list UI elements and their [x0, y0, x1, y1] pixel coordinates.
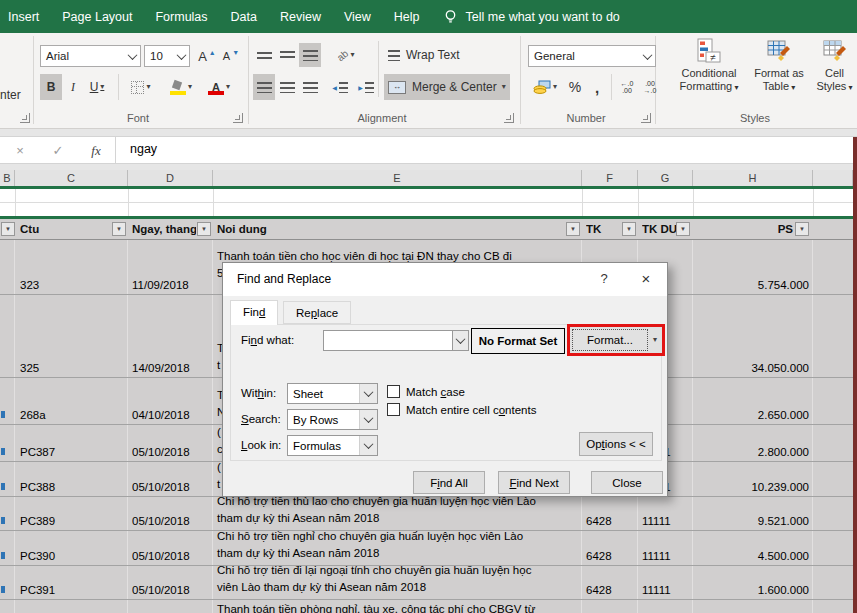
cell-ps[interactable] — [693, 600, 813, 613]
cell-tk[interactable]: 6428 — [582, 531, 638, 565]
search-select[interactable]: By Rows — [287, 409, 378, 430]
cell-ps[interactable]: 2.800.000 — [693, 425, 813, 461]
wrap-text-button[interactable]: Wrap Text — [384, 43, 509, 67]
column-header-d[interactable]: D — [128, 170, 213, 186]
cell-tk[interactable] — [582, 600, 638, 613]
cell-i[interactable] — [813, 566, 853, 599]
bold-button[interactable]: B — [40, 74, 62, 100]
cell-i[interactable] — [813, 497, 853, 530]
cell-ps[interactable]: 9.521.000 — [693, 497, 813, 530]
tab-review[interactable]: Review — [280, 10, 321, 24]
cell-tkdu[interactable]: 11111 — [638, 566, 693, 599]
column-header-h[interactable]: H — [693, 170, 813, 186]
cell-styles-button[interactable]: Cell Styles — [812, 38, 857, 110]
middle-align-button[interactable] — [276, 43, 298, 67]
cell-ctu[interactable]: PC387 — [15, 425, 128, 461]
tab-replace[interactable]: Replace — [283, 301, 351, 324]
column-header-g[interactable]: G — [638, 170, 693, 186]
cell-ps[interactable]: 4.500.000 — [693, 531, 813, 565]
conditional-formatting-button[interactable]: ≠ Conditional Formatting — [670, 38, 748, 110]
align-right-button[interactable] — [299, 74, 321, 100]
cell-date[interactable]: 04/10/2018 — [128, 378, 213, 424]
number-format-combo[interactable]: General — [528, 45, 656, 67]
cell-b[interactable] — [0, 295, 15, 377]
find-next-button[interactable]: Find Next — [498, 471, 570, 494]
cell-date[interactable]: 14/09/2018 — [128, 295, 213, 377]
cell-date[interactable]: 11/09/2018 — [128, 240, 213, 294]
format-button[interactable]: Format... — [572, 329, 648, 351]
font-name-combo[interactable]: Arial — [40, 45, 141, 67]
find-what-input[interactable] — [323, 330, 452, 351]
accounting-format-button[interactable]: ▾ — [528, 74, 562, 100]
grow-font-button[interactable]: A▲ — [196, 45, 218, 67]
cell-ctu[interactable] — [15, 600, 128, 613]
cell-b[interactable] — [0, 566, 15, 599]
chevron-down-icon[interactable]: ▾ — [648, 327, 662, 353]
look-in-select[interactable]: Formulas — [287, 435, 378, 456]
header-ctu[interactable]: Ctu — [20, 219, 110, 239]
increase-decimal-button[interactable]: ←.0 .00 — [616, 74, 638, 100]
tab-formulas[interactable]: Formulas — [155, 10, 207, 24]
font-color-button[interactable]: A▾ — [202, 74, 236, 100]
align-left-button[interactable] — [253, 74, 275, 100]
cell-tk[interactable]: 6428 — [582, 566, 638, 599]
header-tkdu[interactable]: TK DU — [642, 219, 676, 239]
align-center-button[interactable] — [276, 74, 298, 100]
enter-icon[interactable]: ✓ — [46, 141, 70, 160]
cell-noidung[interactable]: Thanh toán tiền phòng nghỉ, tàu xe, công… — [213, 600, 582, 613]
orientation-button[interactable]: ab▾ — [330, 43, 362, 67]
filter-icon[interactable] — [197, 222, 211, 236]
increase-indent-button[interactable]: ▶ — [354, 74, 378, 100]
tell-me-box[interactable]: Tell me what you want to do — [443, 9, 620, 25]
chevron-down-icon[interactable]: ▾ — [502, 83, 506, 91]
help-icon[interactable]: ? — [591, 269, 617, 289]
cell-ctu[interactable]: PC390 — [15, 531, 128, 565]
cancel-icon[interactable]: × — [8, 141, 32, 160]
close-button[interactable]: Close — [591, 471, 663, 494]
cell-i[interactable] — [813, 531, 853, 565]
cell-ctu[interactable]: 323 — [15, 240, 128, 294]
filter-icon[interactable] — [566, 222, 580, 236]
cell-tk[interactable]: 6428 — [582, 497, 638, 530]
cell-ps[interactable]: 10.239.000 — [693, 462, 813, 496]
shrink-font-button[interactable]: A▼ — [220, 45, 242, 67]
filter-icon[interactable] — [622, 222, 636, 236]
cell-ctu[interactable]: 325 — [15, 295, 128, 377]
cell-b[interactable] — [0, 240, 15, 294]
cell-noidung[interactable]: Chi hỗ trợ tiền nghỉ cho chuyên gia huấn… — [213, 531, 582, 565]
match-entire-checkbox[interactable] — [387, 403, 400, 416]
format-as-table-button[interactable]: Format as Table — [750, 38, 808, 110]
chevron-down-icon[interactable] — [124, 46, 140, 66]
header-ps[interactable]: PS — [700, 219, 793, 239]
font-size-combo[interactable]: 10 — [144, 45, 190, 67]
chevron-down-icon[interactable]: ▾ — [100, 83, 104, 91]
within-select[interactable]: Sheet — [287, 383, 378, 404]
header-ngay[interactable]: Ngay, thang — [132, 219, 196, 239]
comma-style-button[interactable]: , — [588, 74, 606, 100]
close-icon[interactable]: × — [633, 269, 659, 289]
find-all-button[interactable]: Find All — [413, 471, 485, 494]
tab-insert[interactable]: Insert — [8, 10, 39, 24]
cell-b[interactable] — [0, 497, 15, 530]
number-dialog-launcher-icon[interactable] — [641, 113, 651, 123]
cell-ctu[interactable]: PC391 — [15, 566, 128, 599]
italic-button[interactable]: I — [64, 74, 82, 100]
cell-b[interactable] — [0, 600, 15, 613]
formula-input[interactable]: ngay — [130, 142, 157, 156]
cell-b[interactable] — [0, 531, 15, 565]
cell-tkdu[interactable]: 11111 — [638, 531, 693, 565]
chevron-down-icon[interactable] — [639, 46, 655, 66]
tab-page-layout[interactable]: Page Layout — [62, 10, 132, 24]
clipboard-dialog-launcher-icon[interactable] — [20, 113, 30, 123]
chevron-down-icon[interactable]: ▾ — [351, 51, 355, 59]
cell-ctu[interactable]: 268a — [15, 378, 128, 424]
alignment-dialog-launcher-icon[interactable] — [504, 113, 514, 123]
format-painter-label-fragment[interactable]: nter — [0, 88, 21, 102]
cell-ps[interactable]: 34.050.000 — [693, 295, 813, 377]
insert-function-icon[interactable]: fx — [84, 141, 108, 160]
cell-tkdu[interactable] — [638, 600, 693, 613]
chevron-down-icon[interactable]: ▾ — [146, 83, 150, 91]
bottom-align-button[interactable] — [299, 43, 321, 67]
cell-date[interactable]: 05/10/2018 — [128, 462, 213, 496]
decrease-indent-button[interactable]: ◀ — [328, 74, 352, 100]
